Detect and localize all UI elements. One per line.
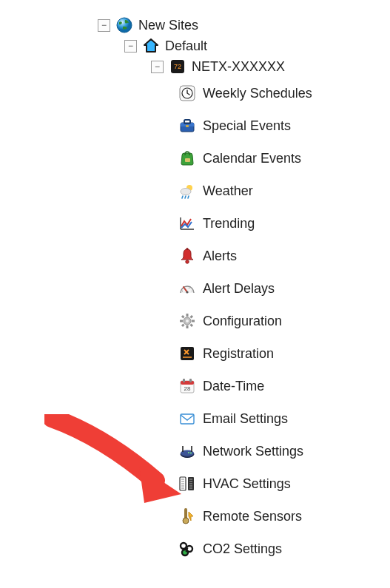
- tree-item-registration[interactable]: Registration: [178, 337, 312, 370]
- tree-item-label: Calendar Events: [203, 151, 301, 166]
- weather-icon: [178, 181, 197, 200]
- tree-label: Default: [165, 38, 207, 54]
- navigation-tree: − New Sites − Default − 72 NETX-XXX: [98, 15, 312, 565]
- co2-icon: [178, 539, 197, 558]
- trending-icon: [178, 214, 197, 233]
- gear-icon: [178, 311, 197, 331]
- svg-point-0: [117, 18, 132, 33]
- router-icon: [178, 442, 197, 461]
- hvac-icon: [178, 474, 197, 493]
- tree-item-label: Registration: [203, 346, 274, 362]
- collapse-toggle[interactable]: −: [124, 40, 137, 53]
- tree-item-label: Network Settings: [203, 444, 303, 459]
- tree-node-root[interactable]: − New Sites: [98, 15, 312, 36]
- tree-item-label: CO2 Settings: [203, 541, 282, 557]
- tree-item-label: Special Events: [203, 118, 291, 134]
- clock-icon: [178, 84, 197, 103]
- tree-item-alerts[interactable]: Alerts: [178, 240, 312, 272]
- collapse-toggle[interactable]: −: [98, 19, 110, 32]
- tree-item-label: Configuration: [203, 314, 282, 329]
- green-bag-icon: [178, 149, 197, 168]
- tree-item-hvac-settings[interactable]: HVAC Settings: [178, 467, 312, 500]
- tree-item-calendar-events[interactable]: Calendar Events: [178, 142, 312, 175]
- briefcase-icon: [178, 116, 197, 135]
- tree-item-special-events[interactable]: Special Events: [178, 109, 312, 142]
- tree-item-network-settings[interactable]: Network Settings: [178, 435, 312, 467]
- tree-item-label: Alert Delays: [203, 281, 275, 297]
- bell-icon: [178, 246, 197, 266]
- tree-item-label: Date-Time: [203, 379, 264, 394]
- sensor-icon: [178, 507, 197, 526]
- tree-label: New Sites: [138, 18, 198, 33]
- calendar-icon: [178, 376, 197, 396]
- device-icon: 72: [168, 57, 187, 76]
- tree-item-co2-settings[interactable]: CO2 Settings: [178, 533, 312, 565]
- svg-text:72: 72: [174, 63, 181, 70]
- tree-item-label: Email Settings: [203, 411, 288, 427]
- tree-item-label: Alerts: [203, 249, 237, 264]
- collapse-toggle[interactable]: −: [151, 61, 164, 73]
- tree-item-label: Remote Sensors: [203, 509, 302, 524]
- tree-item-date-time[interactable]: Date-Time: [178, 370, 312, 402]
- envelope-icon: [178, 409, 197, 428]
- tree-item-label: Weather: [203, 183, 253, 199]
- tree-item-label: Trending: [203, 216, 255, 232]
- tree-item-weather[interactable]: Weather: [178, 175, 312, 207]
- tree-item-remote-sensors[interactable]: Remote Sensors: [178, 500, 312, 533]
- tree-item-email-settings[interactable]: Email Settings: [178, 402, 312, 435]
- registration-icon: [178, 344, 197, 363]
- tree-item-configuration[interactable]: Configuration: [178, 305, 312, 337]
- tree-node-site[interactable]: − Default: [124, 36, 312, 56]
- tree-item-trending[interactable]: Trending: [178, 207, 312, 240]
- tree-node-device[interactable]: − 72 NETX-XXXXXX: [151, 56, 312, 77]
- tree-item-weekly-schedules[interactable]: Weekly Schedules: [178, 77, 312, 109]
- tree-item-label: HVAC Settings: [203, 476, 291, 492]
- home-icon: [141, 36, 161, 55]
- globe-icon: [115, 16, 134, 35]
- gauge-icon: [178, 279, 197, 298]
- tree-item-alert-delays[interactable]: Alert Delays: [178, 272, 312, 305]
- tree-label: NETX-XXXXXX: [192, 59, 285, 75]
- tree-item-label: Weekly Schedules: [203, 86, 312, 101]
